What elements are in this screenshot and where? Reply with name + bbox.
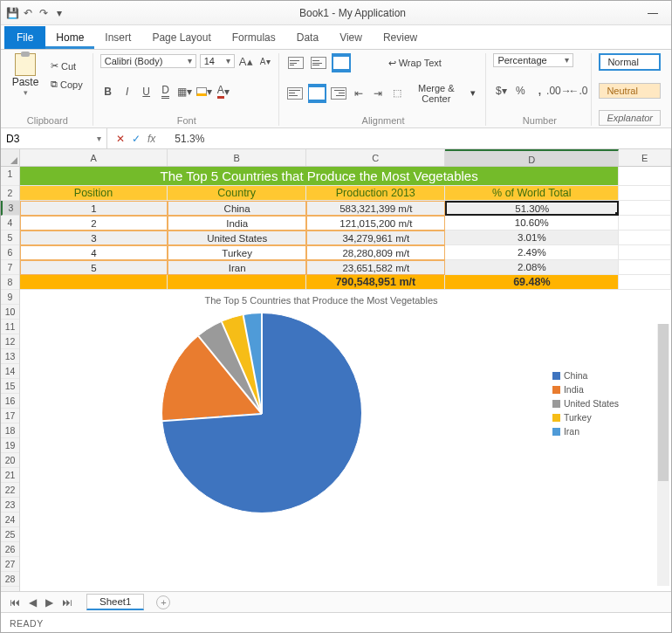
cell[interactable]: 2: [20, 216, 168, 230]
tab-home[interactable]: Home: [45, 26, 94, 49]
title-cell[interactable]: The Top 5 Countries that Produce the Mos…: [20, 167, 619, 186]
tab-page-layout[interactable]: Page Layout: [141, 26, 221, 49]
tab-review[interactable]: Review: [373, 26, 428, 49]
cell[interactable]: 23,651,582 m/t: [306, 260, 445, 275]
minimize-icon[interactable]: —: [640, 4, 666, 22]
align-right-button[interactable]: [330, 84, 348, 103]
tab-formulas[interactable]: Formulas: [222, 26, 286, 49]
cell[interactable]: 3: [20, 230, 168, 245]
align-bottom-button[interactable]: [332, 53, 351, 72]
row-header[interactable]: 20: [1, 453, 19, 468]
spreadsheet-grid[interactable]: 1 2 3 4 5 6 7 8 9 10 11 12 13 14 15 16 1…: [1, 149, 671, 591]
cell[interactable]: [619, 230, 671, 245]
cell[interactable]: 28,280,809 m/t: [306, 245, 445, 260]
name-box[interactable]: [1, 128, 107, 148]
fill-color-button[interactable]: ▾: [196, 84, 212, 100]
active-cell[interactable]: 51.30%: [445, 201, 619, 216]
header-cell[interactable]: % of World Total: [445, 186, 619, 201]
row-header[interactable]: 2: [1, 186, 19, 201]
row-header[interactable]: 5: [1, 230, 19, 245]
italic-button[interactable]: I: [120, 84, 135, 100]
cut-button[interactable]: ✂Cut: [46, 58, 87, 74]
cancel-formula-icon[interactable]: ✕: [116, 133, 125, 145]
formula-value[interactable]: 51.3%: [169, 133, 671, 145]
cell[interactable]: [619, 216, 671, 230]
double-underline-button[interactable]: D: [158, 84, 174, 100]
sheet-nav-first-icon[interactable]: ⏮: [10, 596, 20, 609]
tab-file[interactable]: File: [4, 26, 45, 49]
font-size-select[interactable]: 14: [200, 54, 235, 68]
col-header[interactable]: C: [306, 149, 445, 166]
row-header[interactable]: 21: [1, 468, 19, 483]
pie-chart[interactable]: The Top 5 Countries that Produce the Mos…: [22, 292, 621, 519]
row-header[interactable]: 13: [1, 349, 19, 364]
redo-icon[interactable]: ↷: [38, 7, 50, 19]
increase-decimal-button[interactable]: .00→: [551, 83, 566, 99]
row-header[interactable]: 15: [1, 379, 19, 394]
col-header[interactable]: D: [445, 149, 619, 166]
row-header[interactable]: 23: [1, 498, 19, 513]
row-header[interactable]: 25: [1, 527, 19, 542]
cell[interactable]: United States: [168, 230, 306, 245]
style-explanatory[interactable]: Explanator: [599, 110, 661, 126]
row-header[interactable]: 6: [1, 245, 19, 260]
align-top-button[interactable]: [286, 53, 305, 72]
total-cell[interactable]: [20, 275, 168, 290]
row-header[interactable]: 10: [1, 305, 19, 320]
copy-button[interactable]: ⧉Copy: [46, 76, 87, 93]
cell[interactable]: 2.08%: [445, 260, 619, 275]
save-icon[interactable]: 💾: [6, 7, 18, 19]
row-header[interactable]: 19: [1, 438, 19, 453]
undo-icon[interactable]: ↶: [22, 7, 34, 19]
row-header[interactable]: 9: [1, 290, 19, 305]
cell[interactable]: 4: [20, 245, 168, 260]
grow-font-icon[interactable]: A▴: [238, 53, 254, 69]
sheet-nav-next-icon[interactable]: ▶: [45, 596, 53, 609]
cell[interactable]: [619, 186, 671, 201]
add-sheet-button[interactable]: +: [156, 595, 170, 609]
bold-button[interactable]: B: [100, 84, 116, 100]
cell[interactable]: [619, 260, 671, 275]
cell[interactable]: 34,279,961 m/t: [306, 230, 445, 245]
currency-button[interactable]: $▾: [493, 83, 509, 99]
decrease-indent-button[interactable]: ⇤: [352, 86, 367, 101]
row-header[interactable]: 26: [1, 542, 19, 557]
sheet-nav-last-icon[interactable]: ⏭: [62, 596, 72, 609]
comma-button[interactable]: ,: [531, 83, 547, 99]
font-name-select[interactable]: Calibri (Body): [100, 54, 196, 68]
number-format-select[interactable]: Percentage: [493, 53, 573, 67]
row-header[interactable]: 3: [1, 201, 19, 216]
font-color-button[interactable]: A▾: [216, 84, 231, 100]
total-cell[interactable]: [168, 275, 306, 290]
row-header[interactable]: 14: [1, 364, 19, 379]
total-cell[interactable]: 790,548,951 m/t: [306, 275, 445, 290]
cell[interactable]: [619, 245, 671, 260]
align-left-button[interactable]: [286, 84, 305, 103]
cell[interactable]: 1: [20, 201, 168, 216]
accept-formula-icon[interactable]: ✓: [132, 133, 141, 145]
underline-button[interactable]: U: [139, 84, 154, 100]
borders-button[interactable]: ▦▾: [177, 84, 193, 100]
row-header[interactable]: 24: [1, 513, 19, 527]
cell[interactable]: [619, 201, 671, 216]
header-cell[interactable]: Country: [168, 186, 306, 201]
row-header[interactable]: 27: [1, 557, 19, 572]
row-header[interactable]: 12: [1, 334, 19, 349]
row-header[interactable]: 8: [1, 275, 19, 290]
style-neutral[interactable]: Neutral: [599, 83, 661, 99]
col-header[interactable]: A: [20, 149, 168, 166]
merge-center-button[interactable]: ⬚Merge & Center ▾: [388, 80, 480, 107]
sheet-tab-active[interactable]: Sheet1: [86, 594, 144, 610]
vertical-scrollbar[interactable]: [657, 324, 669, 586]
cell[interactable]: India: [168, 216, 306, 230]
row-header[interactable]: 22: [1, 483, 19, 498]
select-all-corner[interactable]: [1, 149, 19, 167]
row-header[interactable]: 1: [1, 167, 19, 186]
tab-insert[interactable]: Insert: [94, 26, 141, 49]
row-header[interactable]: 11: [1, 320, 19, 334]
col-header[interactable]: E: [619, 149, 671, 166]
sheet-nav-prev-icon[interactable]: ◀: [29, 596, 37, 609]
cell[interactable]: 5: [20, 260, 168, 275]
col-header[interactable]: B: [168, 149, 306, 166]
cell[interactable]: China: [168, 201, 306, 216]
